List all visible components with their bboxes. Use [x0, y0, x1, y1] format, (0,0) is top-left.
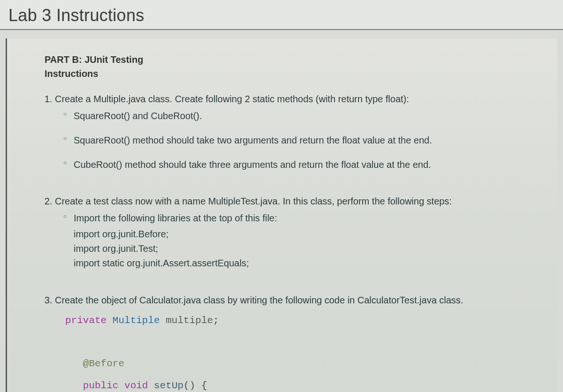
- kw-brace: {: [195, 380, 207, 391]
- code-line-3: public void setUp() {: [65, 375, 525, 392]
- code-block: private Multiple multiple; @Before publi…: [65, 310, 525, 392]
- content: PART B: JUnit Testing Instructions Creat…: [7, 47, 557, 392]
- section-header: PART B: JUnit Testing Instructions: [45, 53, 525, 81]
- step-1-sub-0: SquareRoot() and CubeRoot().: [63, 109, 525, 123]
- step-2-sub-0: Import the following libraries at the to…: [63, 211, 525, 271]
- code-line-2: @Before: [65, 353, 525, 375]
- kw-var: multiple: [166, 315, 213, 326]
- step-1-sub-1: SquareRoot() method should take two argu…: [63, 133, 525, 147]
- kw-void: void: [124, 380, 148, 391]
- kw-method: setUp: [154, 380, 183, 391]
- code-line-1: private Multiple multiple;: [65, 310, 525, 332]
- import-line-1: import org.junit.Test;: [74, 241, 525, 256]
- part-label: PART B: JUnit Testing: [45, 53, 525, 67]
- step-1-sublist: SquareRoot() and CubeRoot(). SquareRoot(…: [55, 109, 525, 172]
- step-3: Create the object of Calculator.java cla…: [55, 293, 525, 392]
- step-2: Create a test class now with a name Mult…: [55, 194, 525, 271]
- step-1-sub-2: CubeRoot() method should take three argu…: [63, 158, 525, 172]
- step-2-sublist: Import the following libraries at the to…: [55, 211, 525, 271]
- step-2-text: Create a test class now with a name Mult…: [55, 196, 452, 206]
- page-title: Lab 3 Instructions: [0, 0, 563, 30]
- kw-private: private: [65, 315, 107, 326]
- kw-annotation: @Before: [83, 358, 124, 369]
- step-1: Create a Multiple.java class. Create fol…: [55, 92, 525, 172]
- step-3-text: Create the object of Calculator.java cla…: [55, 295, 463, 305]
- content-wrap: PART B: JUnit Testing Instructions Creat…: [6, 38, 557, 392]
- kw-public: public: [83, 380, 119, 391]
- import-lines: import org.junit.Before; import org.juni…: [74, 227, 525, 271]
- kw-paren: (): [183, 380, 195, 391]
- main-ordered-list: Create a Multiple.java class. Create fol…: [45, 92, 525, 392]
- kw-semicolon: ;: [213, 315, 219, 326]
- import-line-0: import org.junit.Before;: [74, 227, 525, 241]
- code-line-blank-1: [65, 332, 525, 353]
- instructions-label: Instructions: [45, 67, 525, 81]
- step-1-text: Create a Multiple.java class. Create fol…: [55, 94, 409, 104]
- kw-type: Multiple: [113, 315, 160, 326]
- import-line-2: import static org.junit.Assert.assertEqu…: [74, 256, 525, 271]
- step-2-sub-0-text: Import the following libraries at the to…: [74, 213, 277, 223]
